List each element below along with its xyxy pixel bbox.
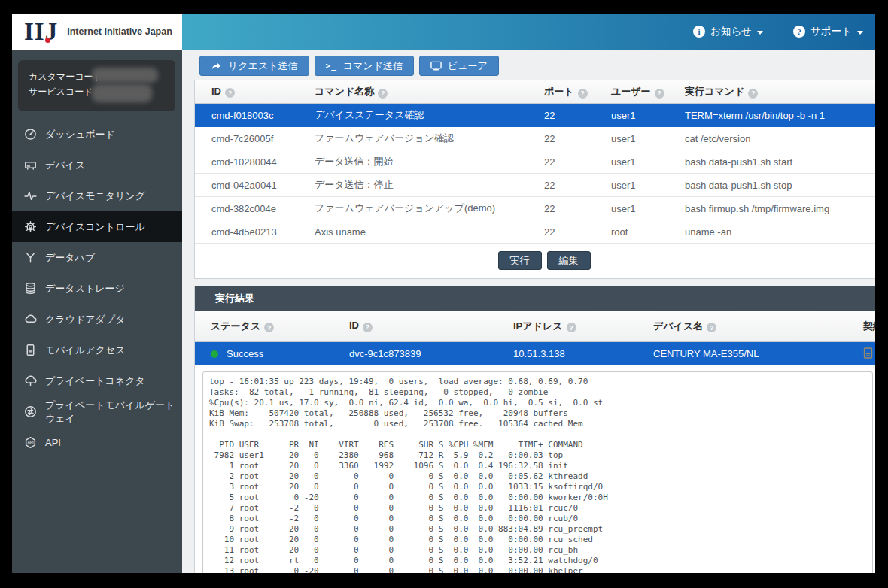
contract-sim-icon — [863, 347, 873, 359]
sidebar-item-private-mobile-gateway[interactable]: プライベートモバイルゲートウェイ — [12, 396, 182, 427]
topnav-label: サポート — [810, 25, 852, 38]
api-icon: API — [24, 436, 37, 449]
request-send-icon — [211, 60, 222, 71]
status-cell: Success — [195, 342, 348, 365]
command-cell: bash firmup.sh /tmp/firmware.img — [684, 197, 875, 220]
private-connector-icon — [24, 374, 37, 387]
topnav-label: お知らせ — [710, 25, 752, 38]
sidebar-item-dashboard[interactable]: ダッシュボード — [12, 119, 182, 150]
device-icon — [24, 159, 37, 171]
gateway-icon — [24, 405, 37, 418]
help-icon[interactable]: ? — [578, 89, 588, 99]
help-icon[interactable]: ? — [748, 89, 758, 99]
result-row[interactable]: Successdvc-9c1c87383910.51.3.138CENTURY … — [195, 342, 875, 365]
sidebar-item-label: デバイス — [45, 159, 85, 172]
command-cell: デバイスステータス確認 — [314, 104, 543, 127]
sidebar-item-mobile-access[interactable]: モバイルアクセス — [12, 335, 182, 365]
sidebar-item-cloud-adapter[interactable]: クラウドアダプタ — [12, 304, 182, 335]
brand-name: Internet Initiative Japan — [67, 26, 172, 37]
command-cell: root — [610, 220, 684, 244]
help-icon[interactable]: ? — [363, 323, 373, 332]
command-row[interactable]: cmd-4d5e0213Axis uname22rootuname -an — [195, 220, 875, 244]
command-cell: ファームウェアバージョン確認 — [314, 127, 543, 150]
command-cell: 22 — [543, 127, 610, 150]
command-row[interactable]: cmd-042a0041データ送信：停止22user1bash data-pus… — [195, 174, 875, 197]
viewer-button[interactable]: ビューア — [419, 56, 499, 76]
command-cell: データ送信：停止 — [314, 174, 543, 197]
sidebar-item-label: プライベートモバイルゲートウェイ — [45, 399, 182, 426]
svg-text:API: API — [27, 441, 34, 444]
app-window: IIJ Internet Initiative Japan iお知らせ?サポート… — [12, 14, 875, 573]
result-table: ステータス?ID?IPアドレス?デバイス名?契約? Successdvc-9c1… — [195, 311, 875, 365]
column-header: ポート? — [543, 80, 610, 104]
button-label: ビューア — [448, 59, 488, 73]
sidebar-item-device-control[interactable]: デバイスコントロール — [12, 211, 182, 242]
command-cell: user1 — [610, 197, 684, 220]
sidebar-menu: ダッシュボードデバイスデバイスモニタリングデバイスコントロールデータハブデータス… — [12, 119, 182, 458]
sidebar-item-api[interactable]: APIAPI — [12, 427, 182, 458]
command-output-terminal[interactable]: top - 16:01:35 up 223 days, 19:49, 0 use… — [202, 371, 873, 573]
sidebar-item-data-hub[interactable]: データハブ — [12, 242, 182, 273]
command-cell: 22 — [543, 104, 610, 127]
execute-button[interactable]: 実行 — [498, 251, 542, 270]
main-content: リクエスト送信>_コマンド送信ビューア ID?コマンド名称?ポート?ユーザー?実… — [182, 50, 875, 573]
column-header: コマンド名称? — [314, 80, 543, 104]
sim-icon — [24, 344, 37, 356]
command-cell: 22 — [543, 197, 610, 220]
command-cell: 22 — [543, 150, 610, 174]
column-header: ユーザー? — [610, 80, 684, 104]
sidebar-item-label: API — [45, 437, 61, 448]
command-cell: user1 — [610, 104, 684, 127]
sidebar: カスタマーコード サービスコード ダッシュボードデバイスデバイスモニタリングデバ… — [12, 50, 182, 573]
ip-address-cell: 10.51.3.138 — [512, 342, 652, 365]
sidebar-item-label: クラウドアダプタ — [45, 313, 125, 326]
service-code-value-redacted — [92, 84, 152, 102]
screen-frame: IIJ Internet Initiative Japan iお知らせ?サポート… — [0, 0, 888, 588]
pulse-icon — [24, 189, 37, 202]
column-header: 契約? — [862, 311, 875, 342]
column-header: 実行コマンド? — [684, 80, 875, 104]
help-icon[interactable]: ? — [567, 323, 576, 332]
command-cell: ファームウェアバージョンアップ(demo) — [314, 197, 543, 220]
top-navigation: iお知らせ?サポート — [693, 14, 875, 50]
info-icon: i — [693, 26, 705, 38]
command-cell: cmd-7c26005f — [195, 127, 314, 150]
help-icon[interactable]: ? — [225, 88, 235, 98]
command-cell: cmd-382c004e — [195, 197, 314, 220]
iij-logo-mark: IIJ — [24, 20, 58, 44]
send-request-button[interactable]: リクエスト送信 — [199, 56, 309, 76]
sidebar-item-label: データストレージ — [45, 282, 125, 296]
sidebar-item-device-monitoring[interactable]: デバイスモニタリング — [12, 180, 182, 211]
status-badge: Success — [227, 348, 263, 359]
gear-icon — [24, 220, 37, 233]
command-cell: データ送信：開始 — [314, 150, 543, 174]
column-header: デバイス名? — [652, 311, 862, 342]
send-command-button[interactable]: >_コマンド送信 — [315, 56, 414, 76]
help-icon[interactable]: ? — [264, 323, 274, 332]
chevron-down-icon — [757, 31, 763, 35]
result-panel: 実行結果 ステータス?ID?IPアドレス?デバイス名?契約? Successdv… — [194, 286, 875, 573]
command-row[interactable]: cmd-7c26005fファームウェアバージョン確認22user1cat /et… — [195, 127, 875, 150]
help-icon[interactable]: ? — [378, 89, 388, 99]
command-row[interactable]: cmd-10280044データ送信：開始22user1bash data-pus… — [195, 150, 875, 174]
chevron-down-icon — [857, 31, 863, 35]
sidebar-item-label: モバイルアクセス — [45, 344, 125, 357]
sidebar-item-label: データハブ — [45, 251, 95, 265]
support-menu[interactable]: ?サポート — [793, 25, 863, 38]
brand-logo[interactable]: IIJ Internet Initiative Japan — [12, 14, 182, 50]
help-icon[interactable]: ? — [655, 89, 664, 99]
command-actions: 実行編集 — [195, 244, 875, 278]
command-table-header-row: ID?コマンド名称?ポート?ユーザー?実行コマンド? — [195, 80, 875, 104]
sidebar-item-private-connector[interactable]: プライベートコネクタ — [12, 365, 182, 396]
sidebar-item-data-storage[interactable]: データストレージ — [12, 273, 182, 304]
status-success-dot — [211, 350, 218, 358]
edit-button[interactable]: 編集 — [547, 251, 591, 270]
command-row[interactable]: cmd-382c004eファームウェアバージョンアップ(demo)22user1… — [195, 197, 875, 220]
sidebar-item-devices[interactable]: デバイス — [12, 150, 182, 180]
command-row[interactable]: cmd-f018003cデバイスステータス確認22user1TERM=xterm… — [195, 104, 875, 127]
column-header: IPアドレス? — [512, 311, 652, 342]
help-icon[interactable]: ? — [707, 323, 716, 332]
command-cell: user1 — [610, 150, 684, 174]
action-toolbar: リクエスト送信>_コマンド送信ビューア — [182, 50, 875, 76]
notifications-menu[interactable]: iお知らせ — [693, 25, 763, 38]
